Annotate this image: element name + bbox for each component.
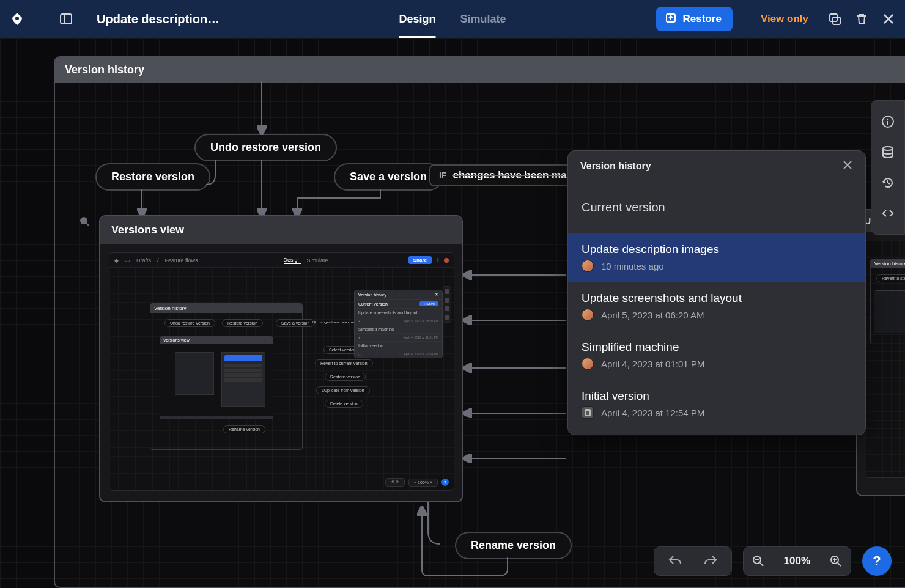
vh-panel-title: Version history <box>580 161 651 172</box>
panel-toggle-button[interactable] <box>57 10 75 28</box>
svg-point-8 <box>887 119 888 120</box>
redo-button[interactable] <box>703 554 718 568</box>
svg-rect-1 <box>61 14 72 24</box>
undo-button[interactable] <box>668 554 682 568</box>
vh-item-title: Initial version <box>582 389 852 403</box>
vh-item-title: Update description images <box>582 243 852 256</box>
vh-item-title: Simplified machine <box>582 340 852 354</box>
avatar-icon <box>582 260 594 272</box>
canvas[interactable]: Version history Restore version Undo res… <box>0 38 905 588</box>
delete-button[interactable] <box>854 11 870 27</box>
mini-inner-title: Versions view <box>160 337 273 344</box>
vh-close-button[interactable] <box>842 160 853 173</box>
mini-p-restore2: Restore version <box>325 373 366 381</box>
right-toolbar <box>871 100 905 235</box>
bottom-controls: 100% ? <box>654 546 892 576</box>
tab-simulate[interactable]: Simulate <box>460 0 506 38</box>
svg-point-10 <box>883 147 893 150</box>
vh-item-date: April 4, 2023 at 01:01 PM <box>601 359 704 369</box>
mini-p-rename: Rename version <box>223 425 265 433</box>
mini-help-icon: ? <box>441 479 449 486</box>
version-history-panel: Version history Current version Update d… <box>567 150 866 435</box>
app-logo <box>9 10 26 28</box>
header-right: Restore View only <box>656 7 896 31</box>
help-button[interactable]: ? <box>862 546 892 576</box>
versions-view-body: ◆ ▭ Drafts/ Feature flows Design Simulat… <box>100 244 462 499</box>
restore-icon <box>665 12 677 27</box>
avatar-icon <box>582 309 594 321</box>
mini-app-preview: ◆ ▭ Drafts/ Feature flows Design Simulat… <box>109 252 454 491</box>
mini-p-dup: Duplicate from version <box>316 386 370 394</box>
page-title: Update description… <box>97 12 220 26</box>
mini-vh-r3d: April 4, 2023 at 12:54 PM <box>404 352 438 356</box>
versions-view-title: Versions view <box>100 216 462 244</box>
mini-pill-restore: Restore version <box>222 319 263 327</box>
mini2-revert: Revert to state <box>876 274 905 282</box>
mini-zoom: 100% <box>418 480 429 485</box>
mini-p-revert: Revert to current version <box>315 359 373 367</box>
mini-vh-r2d: April 4, 2023 at 01:01 PM <box>404 336 438 339</box>
vh-item-date: April 4, 2023 at 12:54 PM <box>601 408 704 418</box>
mode-tabs: Design Simulate <box>399 0 506 38</box>
vh-item-date: April 5, 2023 at 06:20 AM <box>601 310 704 320</box>
mini-cond: IF changes have been made <box>312 320 359 324</box>
mini-share: Share <box>408 256 432 264</box>
view-only-label: View only <box>761 13 808 25</box>
vh-item-title: Update screenshots and layout <box>582 292 852 305</box>
mini-tab-simulate: Simulate <box>307 257 328 263</box>
header: Update description… Design Simulate Rest… <box>0 0 905 38</box>
mini-preview-2: Version history Revert to state <box>865 240 905 478</box>
mini-bottom-controls: ⟲ ⟳ − 100% + ? <box>385 478 449 487</box>
history-button[interactable] <box>881 175 895 190</box>
vh-item-3[interactable]: Initial version April 4, 2023 at 12:54 P… <box>568 380 865 435</box>
zoom-out-button[interactable] <box>744 546 773 576</box>
avatar-icon <box>582 358 594 370</box>
mini2-vh: Version history <box>871 259 905 268</box>
copy-button[interactable] <box>827 11 843 27</box>
vh-item-date: 10 minutes ago <box>601 261 664 271</box>
mini-vh-save: + Save <box>419 301 438 306</box>
svg-line-17 <box>838 563 841 566</box>
zoom-label: 100% <box>773 555 821 567</box>
mini-header: ◆ ▭ Drafts/ Feature flows Design Simulat… <box>109 253 454 268</box>
mini-pill-save: Save a version <box>276 319 315 327</box>
mini-pill-undo: Undo restore version <box>164 319 215 327</box>
mini-vh-r2: Simplified machine <box>358 327 394 331</box>
zoom-in-button[interactable] <box>821 546 851 576</box>
mini-tab-design: Design <box>284 257 301 264</box>
mini-vh-r1d: April 5, 2023 at 06:20 AM <box>404 319 438 323</box>
vh-item-2[interactable]: Simplified machine April 4, 2023 at 01:0… <box>568 331 865 380</box>
mini-vh-r1: Update screenshots and layout <box>358 311 418 315</box>
restore-button[interactable]: Restore <box>656 7 733 31</box>
mini-crumb-2: Feature flows <box>165 257 198 263</box>
restore-label: Restore <box>683 13 722 25</box>
mini-crumb-1: Drafts <box>136 257 151 263</box>
undo-redo-group <box>654 546 732 576</box>
data-button[interactable] <box>881 145 895 160</box>
mini-frame-vh-title: Version history <box>150 304 302 313</box>
vh-item-0[interactable]: Update description images 10 minutes ago <box>568 233 865 282</box>
info-button[interactable] <box>881 114 895 129</box>
system-icon <box>582 406 594 419</box>
mini-p-del: Delete version <box>325 400 363 408</box>
vh-item-1[interactable]: Update screenshots and layout April 5, 2… <box>568 282 865 331</box>
mini-right-toolbar <box>443 286 451 323</box>
mini-vh-r3: Initial version <box>358 344 383 348</box>
vh-panel-header: Version history <box>568 151 865 182</box>
mini-vh-title: Version history <box>358 293 386 297</box>
svg-rect-9 <box>887 121 888 125</box>
tab-design[interactable]: Design <box>399 0 435 38</box>
mini2-inner <box>874 290 905 333</box>
svg-line-13 <box>760 563 763 566</box>
mini-vh-panel: Version history✕ Current version+ Save U… <box>354 290 443 358</box>
mini-inner-frame: Versions view <box>160 336 273 419</box>
close-button[interactable] <box>881 11 896 27</box>
vh-current-version[interactable]: Current version <box>568 182 865 233</box>
mini-vh-current: Current version <box>358 302 388 306</box>
svg-point-0 <box>15 17 19 20</box>
mini-canvas: Version history Undo restore version Res… <box>109 268 454 490</box>
zoom-group: 100% <box>743 546 851 576</box>
frame-versions-view[interactable]: Versions view ◆ ▭ Drafts/ Feature flows … <box>99 215 463 502</box>
code-button[interactable] <box>881 206 895 221</box>
